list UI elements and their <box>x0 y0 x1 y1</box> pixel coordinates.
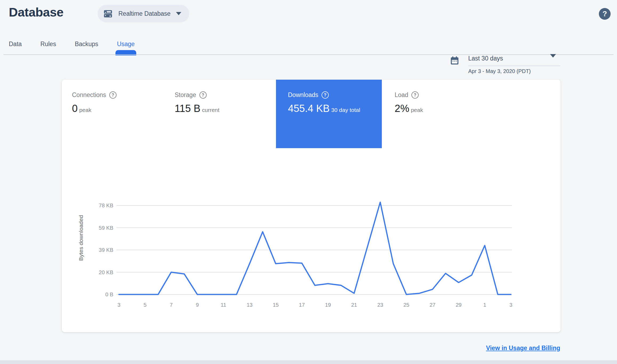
y-tick-label: 59 KB <box>99 225 113 231</box>
metric-value: 115 B <box>175 103 200 114</box>
database-selector-label: Realtime Database <box>118 10 171 17</box>
x-tick-label: 1 <box>483 302 486 308</box>
x-tick-label: 13 <box>247 302 253 308</box>
x-tick-label: 17 <box>299 302 305 308</box>
tab-backups[interactable]: Backups <box>75 39 98 55</box>
question-mark-glyph: ? <box>324 93 326 98</box>
metric-card-downloads[interactable]: Downloads ? 455.4 KB30 day total <box>276 80 382 148</box>
chevron-down-icon <box>550 58 556 62</box>
database-instance-selector[interactable]: Realtime Database <box>98 5 189 22</box>
metric-label: Load <box>395 91 408 99</box>
x-tick-label: 3 <box>509 302 512 308</box>
database-icon <box>103 9 113 19</box>
firebase-database-usage-page: Database Realtime Database ? Data Rules … <box>0 0 617 364</box>
x-tick-label: 11 <box>221 302 226 308</box>
tab-bar: Data Rules Backups Usage <box>9 39 135 55</box>
view-usage-billing-link[interactable]: View in Usage and Billing <box>486 345 560 352</box>
metric-card-load[interactable]: Load ? 2%peak <box>382 80 560 148</box>
help-icon[interactable]: ? <box>322 91 329 99</box>
x-tick-label: 3 <box>117 302 120 308</box>
x-tick-label: 9 <box>196 302 199 308</box>
question-mark-icon: ? <box>602 10 607 18</box>
y-tick-label: 20 KB <box>99 269 113 275</box>
question-mark-glyph: ? <box>111 93 114 98</box>
x-tick-label: 23 <box>377 302 383 308</box>
metric-suffix: peak <box>411 107 423 113</box>
y-tick-label: 78 KB <box>99 203 113 208</box>
chevron-down-icon <box>176 12 181 15</box>
metric-value: 0 <box>72 103 78 114</box>
metric-card-connections[interactable]: Connections ? 0peak <box>62 80 169 148</box>
metric-card-storage[interactable]: Storage ? 115 Bcurrent <box>169 80 276 148</box>
x-tick-label: 19 <box>325 302 331 308</box>
x-tick-label: 29 <box>456 302 462 308</box>
bottom-divider-band <box>0 360 617 364</box>
y-tick-label: 0 B <box>105 292 113 297</box>
metric-suffix: current <box>202 107 219 113</box>
chart-line <box>119 202 511 294</box>
date-range-detail: Apr 3 - May 3, 2020 (PDT) <box>468 68 531 74</box>
x-tick-label: 5 <box>143 302 146 308</box>
x-tick-label: 25 <box>403 302 409 308</box>
x-tick-label: 21 <box>351 302 357 308</box>
date-range-underline <box>468 66 560 66</box>
metric-value: 455.4 KB <box>288 103 330 114</box>
tab-rules[interactable]: Rules <box>41 39 56 55</box>
help-icon[interactable]: ? <box>109 91 117 99</box>
y-tick-label: 39 KB <box>99 247 113 253</box>
help-icon[interactable]: ? <box>411 91 419 99</box>
metric-label: Downloads <box>288 91 318 99</box>
x-tick-label: 27 <box>430 302 435 308</box>
question-mark-glyph: ? <box>414 93 416 98</box>
y-axis-title: Bytes downloaded <box>78 215 84 261</box>
help-icon[interactable]: ? <box>199 91 207 99</box>
tab-usage[interactable]: Usage <box>117 39 135 55</box>
date-range-label[interactable]: Last 30 days <box>468 55 560 62</box>
metric-suffix: 30 day total <box>331 107 360 113</box>
metric-label: Storage <box>175 91 196 99</box>
metric-label: Connections <box>72 91 106 99</box>
usage-card: Connections ? 0peak Storage ? 115 Bcurre… <box>62 80 560 332</box>
page-title: Database <box>9 5 63 19</box>
question-mark-glyph: ? <box>202 93 204 98</box>
x-tick-label: 7 <box>170 302 173 308</box>
calendar-icon <box>450 55 460 67</box>
help-button[interactable]: ? <box>599 8 611 20</box>
metric-value: 2% <box>395 103 409 114</box>
tab-data[interactable]: Data <box>9 39 22 55</box>
metric-suffix: peak <box>79 107 91 113</box>
x-tick-label: 15 <box>273 302 279 308</box>
